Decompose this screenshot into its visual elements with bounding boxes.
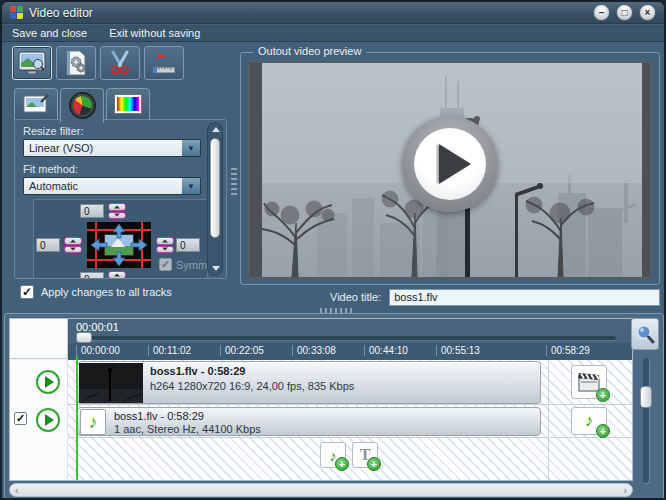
chevron-down-icon[interactable]: ▼ [182,178,200,194]
plus-icon: + [335,457,349,471]
app-logo-icon [10,6,23,19]
add-clip-column: + ♪ + [548,360,633,481]
file-gears-icon [63,50,89,76]
scroll-left-icon[interactable]: ‹ [15,484,19,496]
timeline-inner: 00:00:01 00:00:00 00:11:02 00:22:05 00:3… [9,318,633,481]
video-clip[interactable]: boss1.flv - 0:58:29 h264 1280x720 16:9, … [77,361,541,404]
timeline-zoom-button[interactable] [631,318,659,350]
audio-track-checkbox[interactable]: ✓ [14,412,27,425]
scissors-icon [107,50,133,76]
ruler-tick: 00:44:10 [364,345,408,356]
monitor-preview-icon [18,51,46,75]
vertical-splitter[interactable] [231,168,237,198]
cut-tool-button[interactable] [100,46,140,80]
crop-bottom-stepper[interactable] [108,271,126,279]
maximize-button[interactable]: □ [616,4,633,21]
fit-method-select[interactable]: Automatic ▼ [23,177,201,195]
fit-method-value: Automatic [24,178,182,194]
video-clip-title: boss1.flv - 0:58:29 [150,365,245,377]
menu-bar: Save and close Exit without saving [2,25,664,42]
timeline-hscrollbar[interactable]: ‹ › [9,483,633,497]
tab-color-bars[interactable] [106,88,150,120]
play-overlay-button[interactable] [402,116,498,212]
crop-preview[interactable] [87,222,151,268]
tab-image-edit[interactable] [14,88,58,120]
convert-tool-button[interactable] [56,46,96,80]
crop-left-stepper[interactable] [64,237,82,253]
video-title-input[interactable] [389,289,660,306]
resize-filter-select[interactable]: Linear (VSO) ▼ [23,139,201,157]
menu-exit-without-saving[interactable]: Exit without saving [109,27,200,39]
menu-save-and-close[interactable]: Save and close [12,27,87,39]
video-clip-thumbnail [79,363,143,403]
ruler-tick: 00:33:08 [292,345,336,356]
crop-left-value[interactable]: 0 [36,238,60,252]
tracks-area: boss1.flv - 0:58:29 h264 1280x720 16:9, … [68,360,633,481]
timeline-zoom-slider[interactable] [643,358,649,483]
resize-options-panel: Resize filter: Linear (VSO) ▼ Fit method… [14,119,227,279]
add-video-clip-button[interactable]: + [571,365,607,399]
crop-control-group: 0 0 0 0 [33,199,208,279]
scroll-up-icon[interactable] [212,127,220,132]
image-edit-icon [23,94,49,114]
audio-clip-title: boss1.flv - 0:58:29 [114,410,204,422]
add-text-track-button[interactable]: T + [352,442,378,468]
options-scrollbar[interactable] [207,122,223,276]
output-preview-group: Outout video preview [240,52,660,285]
zoom-slider-thumb[interactable] [640,386,652,408]
apply-all-checkbox[interactable]: ✓ [20,285,34,299]
chevron-down-icon[interactable]: ▼ [182,140,200,156]
window-title: Video editor [29,6,93,20]
close-button[interactable]: × [639,4,656,21]
video-clip-details: h264 1280x720 16:9, 24,00 fps, 835 Kbps [150,380,354,392]
resize-filter-label: Resize filter: [23,125,84,137]
play-icon [439,144,471,184]
crop-bottom-value[interactable]: 0 [80,272,104,279]
plus-icon: + [596,424,610,438]
minimize-button[interactable]: – [593,4,610,21]
crop-top-value[interactable]: 0 [80,204,104,218]
resize-filter-value: Linear (VSO) [24,140,182,156]
video-title-label: Video title: [330,291,381,303]
audio-clip-details: 1 aac, Stereo Hz, 44100 Kbps [114,423,261,435]
video-track-play-button[interactable] [36,370,60,394]
note-icon: ♪ [585,411,594,431]
ruler-tick: 00:55:13 [436,345,480,356]
crop-right-stepper[interactable] [156,237,174,253]
apply-all-row: ✓ Apply changes to all tracks [20,285,172,299]
apply-all-label: Apply changes to all tracks [41,286,172,298]
plus-icon: + [596,388,610,402]
timeline-position-row: 00:00:01 [68,319,633,343]
magnifier-icon [635,323,655,345]
symmetric-label: Symmetric [176,259,208,271]
video-preview-screen [248,61,652,279]
add-audio-track-button[interactable]: ♪ + [320,442,346,468]
ruler-tick: 00:58:29 [546,345,590,356]
position-slider[interactable] [76,336,616,340]
track-controls-column: ✓ [10,360,68,481]
crop-arrows-icon [87,222,151,268]
scroll-right-icon[interactable]: › [623,484,627,496]
video-title-row: Video title: [240,288,660,306]
tab-color-adjust[interactable] [60,88,104,123]
ruler-tick: 00:00:00 [76,345,120,356]
playhead-line[interactable] [76,356,78,481]
crop-right-value[interactable]: 0 [176,238,200,252]
ruler-tick: 00:22:05 [220,345,264,356]
timeline-panel: 00:00:01 00:00:00 00:11:02 00:22:05 00:3… [4,313,664,500]
preview-tool-button[interactable] [12,46,52,80]
timeline-ruler[interactable]: 00:00:00 00:11:02 00:22:05 00:33:08 00:4… [68,343,633,360]
crop-top-stepper[interactable] [108,203,126,219]
timeline-corner [10,319,68,359]
marker-tool-button[interactable] [144,46,184,80]
audio-clip[interactable]: ♪ boss1.flv - 0:58:29 1 aac, Stereo Hz, … [77,407,541,436]
audio-track-play-button[interactable] [36,408,60,432]
plus-icon: + [367,457,381,471]
position-slider-thumb[interactable] [76,332,92,343]
scroll-down-icon[interactable] [212,266,220,271]
add-audio-clip-button[interactable]: ♪ + [571,407,607,435]
fit-method-label: Fit method: [23,163,78,175]
symmetric-checkbox[interactable]: ✓ [159,258,172,271]
video-editor-window: Video editor – □ × Save and close Exit w… [0,0,666,500]
title-bar: Video editor – □ × [2,2,664,24]
